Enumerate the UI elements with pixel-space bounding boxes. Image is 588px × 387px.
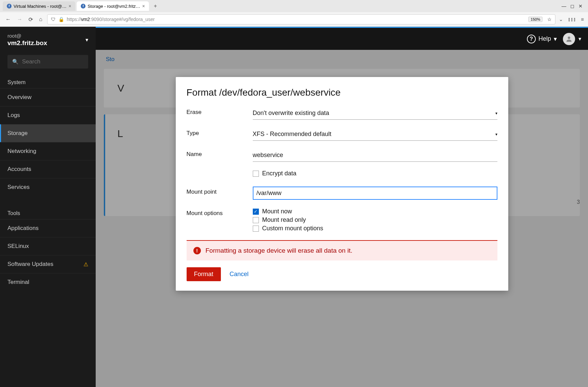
fedora-icon: f (7, 4, 12, 8)
back-button[interactable]: ← (4, 15, 12, 24)
help-button[interactable]: ? Help ▾ (527, 35, 557, 43)
erase-label: Erase (187, 107, 253, 116)
cancel-button[interactable]: Cancel (230, 271, 249, 278)
host-name: vm2.fritz.box (7, 39, 47, 47)
host-user: root@ (7, 33, 47, 39)
nav-bar: ← → ⟳ ⌂ 🛡 🔒 https://vm2:9090/storage#/vg… (0, 12, 588, 26)
shield-icon[interactable]: 🛡 (51, 17, 56, 22)
dialog-title: Format /dev/fedora_user/webservice (187, 87, 497, 98)
type-select[interactable]: XFS - Recommended default ▾ (253, 128, 497, 141)
sidebar: root@ vm2.fritz.box ▾ 🔍 System Overview … (0, 27, 96, 387)
close-icon[interactable]: ✕ (578, 3, 583, 9)
content-area: Sto V L 3 Format /dev/fedora_user/webser… (96, 50, 588, 387)
url-text: https://vm2:9090/storage#/vg/fedora_user (67, 17, 526, 22)
search-box[interactable]: 🔍 (7, 55, 88, 69)
type-label: Type (187, 128, 253, 137)
pocket-icon[interactable]: ⌄ (559, 16, 563, 22)
warning-icon: ⚠ (83, 261, 88, 268)
sidebar-item-terminal[interactable]: Terminal (0, 273, 96, 291)
sidebar-item-services[interactable]: Services (0, 178, 96, 196)
checkbox-icon (253, 217, 259, 223)
mount-point-label: Mount point (187, 187, 253, 195)
window-controls: — ◻ ✕ (562, 3, 585, 9)
avatar (563, 33, 575, 45)
sidebar-item-logs[interactable]: Logs (0, 106, 96, 124)
checkbox-icon: ✓ (253, 209, 259, 215)
nav-group-tools: Tools (0, 206, 96, 219)
fedora-icon: f (81, 4, 86, 8)
zoom-badge[interactable]: 150% (528, 17, 543, 22)
mount-options-label: Mount options (187, 208, 253, 217)
checkbox-icon (253, 171, 259, 177)
tab-title: Virtual Machines - root@… (14, 4, 67, 9)
mount-readonly-checkbox[interactable]: Mount read only (253, 216, 497, 224)
sidebar-item-networking[interactable]: Networking (0, 142, 96, 160)
library-icon[interactable]: ⫿⫿⫿ (568, 16, 576, 22)
browser-chrome: f Virtual Machines - root@… × f Storage … (0, 0, 588, 27)
svg-point-0 (568, 36, 570, 39)
chevron-down-icon: ▾ (578, 36, 581, 42)
custom-mount-options-checkbox[interactable]: Custom mount options (253, 225, 497, 232)
user-menu-button[interactable]: ▾ (563, 33, 581, 45)
nav-group-system: System (0, 75, 96, 88)
help-icon: ? (527, 35, 536, 43)
bookmark-icon[interactable]: ☆ (547, 17, 552, 22)
encrypt-checkbox[interactable]: Encrypt data (253, 170, 497, 177)
header-bar: ? Help ▾ ▾ (96, 27, 588, 50)
browser-tab-1[interactable]: f Virtual Machines - root@… × (3, 1, 75, 11)
chevron-down-icon: ▾ (495, 132, 497, 137)
sidebar-item-applications[interactable]: Applications (0, 219, 96, 237)
close-icon[interactable]: × (69, 3, 71, 9)
sidebar-item-selinux[interactable]: SELinux (0, 237, 96, 255)
browser-tab-2[interactable]: f Storage - root@vm2.fritz… × (77, 1, 149, 11)
lock-icon[interactable]: 🔒 (58, 17, 64, 22)
close-icon[interactable]: × (142, 3, 145, 9)
alert-text: Formatting a storage device will erase a… (206, 247, 353, 254)
checkbox-icon (253, 226, 259, 232)
maximize-icon[interactable]: ◻ (570, 3, 574, 9)
sidebar-item-overview[interactable]: Overview (0, 88, 96, 106)
mount-now-checkbox[interactable]: ✓ Mount now (253, 208, 497, 215)
menu-icon[interactable]: ≡ (581, 16, 584, 22)
new-tab-button[interactable]: + (150, 1, 160, 11)
reload-button[interactable]: ⟳ (27, 15, 34, 24)
format-dialog: Format /dev/fedora_user/webservice Erase… (176, 77, 508, 291)
name-input[interactable] (253, 149, 497, 162)
chevron-down-icon: ▾ (495, 111, 497, 116)
minimize-icon[interactable]: — (562, 3, 566, 9)
search-input[interactable] (22, 58, 94, 65)
forward-button[interactable]: → (16, 15, 24, 24)
sidebar-item-software-updates[interactable]: Software Updates ⚠ (0, 255, 96, 273)
url-bar[interactable]: 🛡 🔒 https://vm2:9090/storage#/vg/fedora_… (47, 14, 556, 24)
format-button[interactable]: Format (187, 267, 221, 281)
home-button[interactable]: ⌂ (38, 15, 44, 24)
erase-select[interactable]: Don't overwrite existing data ▾ (253, 107, 497, 120)
warning-alert: ! Formatting a storage device will erase… (187, 240, 497, 260)
modal-overlay: Format /dev/fedora_user/webservice Erase… (96, 50, 588, 387)
search-icon: 🔍 (12, 59, 19, 65)
tab-title: Storage - root@vm2.fritz… (88, 4, 140, 9)
chevron-down-icon: ▾ (86, 37, 88, 43)
alert-icon: ! (193, 247, 201, 254)
chevron-down-icon: ▾ (554, 35, 557, 43)
sidebar-item-accounts[interactable]: Accounts (0, 160, 96, 178)
name-label: Name (187, 149, 253, 158)
dialog-actions: Format Cancel (187, 267, 497, 281)
mount-point-input[interactable] (253, 187, 497, 200)
app-container: root@ vm2.fritz.box ▾ 🔍 System Overview … (0, 27, 588, 387)
tab-bar: f Virtual Machines - root@… × f Storage … (0, 0, 588, 12)
host-selector[interactable]: root@ vm2.fritz.box ▾ (0, 27, 96, 52)
sidebar-item-storage[interactable]: Storage (0, 124, 96, 142)
main: ? Help ▾ ▾ Sto V L 3 Format /dev/fedora_… (96, 27, 588, 387)
browser-right-icons: ⌄ ⫿⫿⫿ ≡ (559, 16, 584, 22)
